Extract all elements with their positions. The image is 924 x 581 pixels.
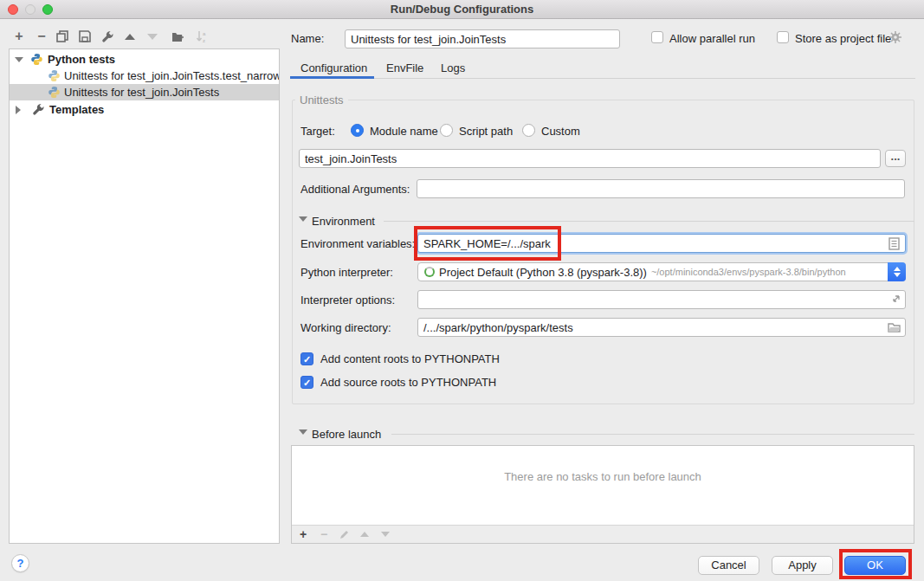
svg-text:z: z	[203, 38, 205, 43]
browse-module-button[interactable]: ...	[885, 150, 906, 167]
chevron-down-icon[interactable]	[15, 57, 23, 62]
move-up-button[interactable]	[122, 29, 138, 44]
add-task-button[interactable]: +	[295, 526, 311, 542]
tree-item-templates[interactable]: Templates	[10, 101, 279, 118]
tree-item-label: Python tests	[48, 51, 115, 68]
environment-collapse-icon[interactable]	[299, 216, 307, 222]
title-bar: Run/Debug Configurations	[0, 0, 924, 19]
before-launch-tasks-panel: There are no tasks to run before launch …	[291, 445, 914, 544]
move-down-button[interactable]	[145, 29, 160, 44]
target-module-input[interactable]	[299, 149, 881, 168]
arrow-up-icon	[360, 532, 369, 537]
chevron-up-icon	[894, 267, 901, 271]
help-button[interactable]: ?	[11, 554, 29, 572]
environment-section-divider	[384, 221, 914, 222]
arrow-down-icon	[381, 532, 390, 537]
python-test-icon	[48, 86, 61, 99]
save-configuration-button[interactable]	[77, 29, 93, 44]
sort-configurations-button[interactable]: a z	[194, 29, 210, 44]
arrow-down-icon	[147, 34, 158, 40]
unittests-group-title: Unittests	[295, 94, 348, 107]
additional-arguments-label: Additional Arguments:	[300, 183, 410, 196]
add-source-roots-label: Add source roots to PYTHONPATH	[320, 376, 496, 389]
no-tasks-message: There are no tasks to run before launch	[292, 470, 914, 483]
move-task-up-button[interactable]	[357, 526, 372, 542]
tree-item-unittests-jointests-selected[interactable]: Unittests for test_join.JoinTests	[10, 84, 279, 100]
gear-icon[interactable]	[888, 30, 902, 44]
environment-variables-input[interactable]	[417, 234, 906, 253]
window-title: Run/Debug Configurations	[0, 0, 924, 19]
configurations-tree	[9, 48, 280, 544]
ok-button[interactable]: OK	[844, 556, 906, 575]
store-as-project-file-checkbox[interactable]	[777, 31, 789, 43]
environment-variables-label: Environment variables:	[300, 237, 415, 250]
add-content-roots-checkbox[interactable]: ✓	[300, 352, 313, 365]
arrow-up-icon	[125, 34, 135, 40]
python-interpreter-select[interactable]: Project Default (Python 3.8 (pyspark-3.8…	[417, 262, 906, 281]
tab-configuration[interactable]: Configuration	[300, 61, 367, 74]
new-folder-icon	[171, 31, 184, 42]
tab-envfile[interactable]: EnvFile	[386, 61, 423, 74]
tree-item-label: Templates	[49, 101, 104, 118]
cancel-button[interactable]: Cancel	[698, 556, 759, 575]
name-label: Name:	[291, 32, 324, 45]
before-launch-section-title[interactable]: Before launch	[312, 428, 381, 441]
interpreter-dropdown-button[interactable]	[888, 262, 906, 281]
before-launch-collapse-icon[interactable]	[299, 429, 307, 435]
add-source-roots-checkbox[interactable]: ✓	[300, 376, 313, 389]
working-directory-input[interactable]	[417, 318, 906, 337]
move-task-down-button[interactable]	[378, 526, 393, 542]
create-folder-button[interactable]	[170, 29, 185, 44]
target-custom-radio[interactable]	[522, 124, 535, 137]
target-label: Target:	[300, 125, 335, 138]
allow-parallel-run-checkbox[interactable]	[651, 31, 663, 43]
working-directory-label: Working directory:	[300, 321, 391, 334]
name-input[interactable]	[345, 29, 620, 48]
tasks-toolbar: + −	[292, 525, 914, 543]
python-icon	[30, 53, 43, 66]
interpreter-options-input[interactable]	[417, 290, 906, 309]
target-module-name-label[interactable]: Module name	[370, 125, 438, 138]
tab-logs[interactable]: Logs	[441, 61, 465, 74]
target-script-path-radio[interactable]	[440, 124, 453, 137]
wrench-icon	[32, 103, 45, 116]
edit-templates-button[interactable]	[100, 29, 115, 44]
active-tab-underline	[290, 76, 374, 79]
sort-az-icon: a z	[196, 30, 209, 43]
add-configuration-button[interactable]: +	[11, 29, 27, 44]
copy-configuration-button[interactable]	[55, 29, 70, 44]
target-custom-label[interactable]: Custom	[541, 125, 580, 138]
tree-item-label: Unittests for test_join.JoinTests	[64, 84, 219, 100]
python-interpreter-label: Python interpreter:	[300, 266, 393, 279]
interpreter-options-label: Interpreter options:	[300, 294, 395, 307]
allow-parallel-run-label: Allow parallel run	[669, 32, 755, 45]
edit-task-button[interactable]	[336, 526, 352, 542]
remove-task-button[interactable]: −	[316, 526, 332, 542]
python-interpreter-value: Project Default (Python 3.8 (pyspark-3.8…	[439, 266, 647, 279]
tree-item-python-tests[interactable]: Python tests	[10, 51, 279, 68]
remove-configuration-button[interactable]: −	[34, 29, 49, 44]
target-module-name-radio[interactable]	[351, 124, 364, 137]
wrench-icon	[101, 30, 114, 43]
tree-item-unittests-test-narrow[interactable]: Unittests for test_join.JoinTests.test_n…	[10, 68, 279, 84]
svg-text:a: a	[203, 31, 206, 36]
pencil-icon	[339, 529, 350, 540]
environment-section-title[interactable]: Environment	[312, 215, 375, 228]
copy-icon	[56, 30, 68, 42]
env-vars-editor-icon[interactable]	[888, 237, 900, 250]
python-interpreter-path: ~/opt/miniconda3/envs/pyspark-3.8/bin/py…	[651, 267, 846, 277]
add-content-roots-label: Add content roots to PYTHONPATH	[320, 352, 500, 365]
save-icon	[79, 30, 91, 42]
apply-button[interactable]: Apply	[772, 556, 833, 575]
python-test-icon	[48, 69, 61, 82]
browse-folder-icon[interactable]	[888, 322, 901, 332]
chevron-down-icon	[894, 273, 901, 277]
expand-field-icon[interactable]	[890, 294, 901, 305]
tabs-divider	[290, 78, 915, 79]
target-script-path-label[interactable]: Script path	[459, 125, 513, 138]
tree-item-label: Unittests for test_join.JoinTests.test_n…	[64, 68, 279, 84]
chevron-right-icon[interactable]	[16, 106, 21, 114]
conda-env-icon	[424, 267, 435, 277]
before-launch-divider	[391, 434, 914, 435]
additional-arguments-input[interactable]	[417, 179, 905, 198]
